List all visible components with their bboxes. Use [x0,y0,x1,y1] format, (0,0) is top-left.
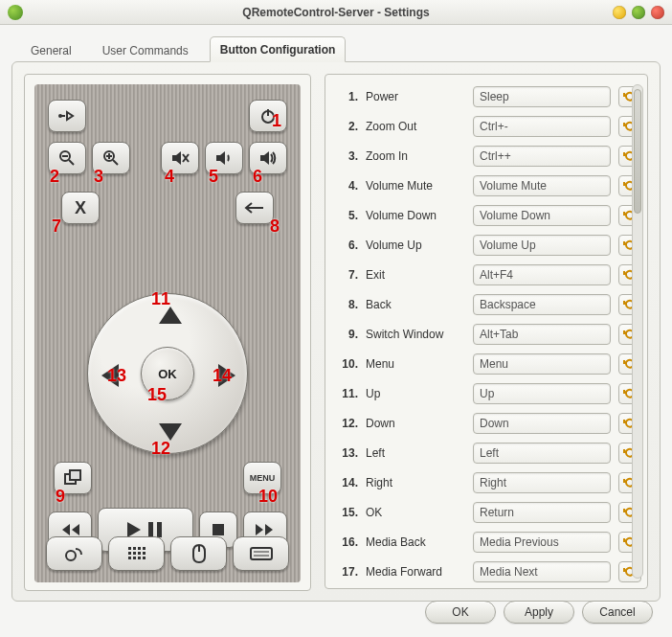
svg-rect-18 [128,547,131,550]
svg-rect-31 [251,548,272,559]
config-row-label: Back [366,298,465,311]
svg-rect-26 [128,557,131,559]
config-row: 13.LeftLeft [335,441,641,465]
config-row: 4.Volume MuteVolume Mute [335,173,641,197]
menu-button[interactable]: MENU [243,462,281,494]
config-row-number: 14. [335,476,358,489]
config-row-value[interactable]: Down [473,413,611,434]
dpad-up-icon[interactable] [159,307,182,324]
config-row-number: 6. [335,239,358,252]
svg-rect-15 [157,522,162,537]
config-row-label: OK [366,506,465,519]
switch-window-icon[interactable] [54,462,92,494]
config-row-number: 5. [335,209,358,222]
config-row-label: Volume Down [366,209,465,222]
config-row-value[interactable]: Media Previous [473,532,611,553]
plug-icon[interactable] [48,100,86,132]
zoom-out-icon[interactable] [48,142,86,174]
volume-up-icon[interactable] [249,142,287,174]
mouse-tab-icon[interactable] [170,536,227,571]
dpad-left-icon[interactable] [101,364,119,387]
config-row-value[interactable]: Return [473,502,611,523]
ok-button[interactable]: OK [425,601,496,624]
config-row-number: 17. [335,565,358,579]
tab-button-configuration[interactable]: Button Configuration [210,36,347,62]
svg-rect-23 [133,552,136,555]
svg-line-7 [113,160,118,165]
config-row-value[interactable]: Backspace [473,294,611,315]
config-row: 11.UpUp [335,381,641,405]
svg-rect-24 [138,552,141,555]
config-row-number: 13. [335,446,358,460]
cancel-button[interactable]: Cancel [582,601,653,624]
remote-preview-frame: 1 2 3 4 5 [24,74,311,591]
config-row-label: Switch Window [366,328,465,341]
config-row-value[interactable]: Right [473,472,611,493]
config-row: 12.DownDown [335,411,641,435]
config-row: 2.Zoom OutCtrl+- [335,114,641,138]
dpad-ok-button[interactable]: OK [141,347,194,400]
config-row-value[interactable]: Volume Mute [473,175,611,196]
config-row: 17.Media ForwardMedia Next [335,559,641,583]
window-controls [613,6,664,19]
config-row-value[interactable]: Sleep [473,86,611,107]
button-config-list: 1.PowerSleep2.Zoom OutCtrl+-3.Zoom InCtr… [325,74,648,589]
config-row: 1.PowerSleep [335,84,641,108]
config-row-number: 16. [335,535,358,549]
config-row-value[interactable]: Alt+Tab [473,324,611,345]
config-row-value[interactable]: Alt+F4 [473,264,611,285]
config-row-number: 10. [335,357,358,371]
tab-general[interactable]: General [21,38,81,62]
config-row: 6.Volume UpVolume Up [335,233,641,257]
config-row-number: 11. [335,387,358,400]
dpad-down-icon[interactable] [159,423,182,441]
config-row-value[interactable]: Left [473,443,611,464]
svg-point-17 [66,551,76,560]
maximize-icon[interactable] [632,6,645,19]
config-row-value[interactable]: Volume Up [473,235,611,256]
config-row-number: 2. [335,120,358,133]
config-scrollbar[interactable] [632,84,643,579]
back-icon[interactable] [235,192,274,224]
config-row-number: 1. [335,90,358,103]
config-row: 3.Zoom InCtrl++ [335,144,641,168]
remote-tab-icon[interactable] [46,536,102,571]
tab-user-commands[interactable]: User Commands [93,38,198,62]
config-row-value[interactable]: Ctrl++ [473,146,611,167]
svg-rect-21 [143,547,146,550]
volume-down-icon[interactable] [205,142,243,174]
config-row-value[interactable]: Volume Down [473,205,611,226]
close-icon[interactable] [651,6,664,19]
svg-point-0 [58,114,62,118]
keypad-tab-icon[interactable] [108,536,165,571]
config-row-label: Right [366,476,465,489]
config-row-number: 7. [335,268,358,282]
remote-preview: 1 2 3 4 5 [34,84,301,582]
config-row: 10.MenuMenu [335,352,641,375]
config-row: 9.Switch WindowAlt+Tab [335,322,641,346]
keyboard-tab-icon[interactable] [233,536,289,571]
config-row-label: Exit [366,268,465,282]
minimize-icon[interactable] [613,6,626,19]
exit-icon[interactable]: X [61,192,100,224]
config-row: 14.RightRight [335,470,641,494]
window-title: QRemoteControl-Server - Settings [0,6,672,19]
config-row-value[interactable]: Up [473,383,611,404]
volume-mute-icon[interactable] [161,142,199,174]
window-titlebar: QRemoteControl-Server - Settings [0,0,672,25]
svg-rect-27 [133,557,136,559]
app-logo-icon [8,5,23,20]
remote-bottom-bar [46,536,289,571]
svg-rect-29 [143,557,146,559]
dpad-right-icon[interactable] [218,364,235,387]
config-row-value[interactable]: Ctrl+- [473,116,611,137]
svg-rect-20 [138,547,141,550]
zoom-in-icon[interactable] [92,142,130,174]
config-row: 8.BackBackspace [335,292,641,316]
apply-button[interactable]: Apply [504,601,574,624]
config-row-value[interactable]: Menu [473,353,611,375]
config-row-value[interactable]: Media Next [473,561,611,582]
power-icon[interactable] [249,100,287,132]
scrollbar-thumb[interactable] [634,89,641,214]
config-row-label: Power [366,90,465,103]
